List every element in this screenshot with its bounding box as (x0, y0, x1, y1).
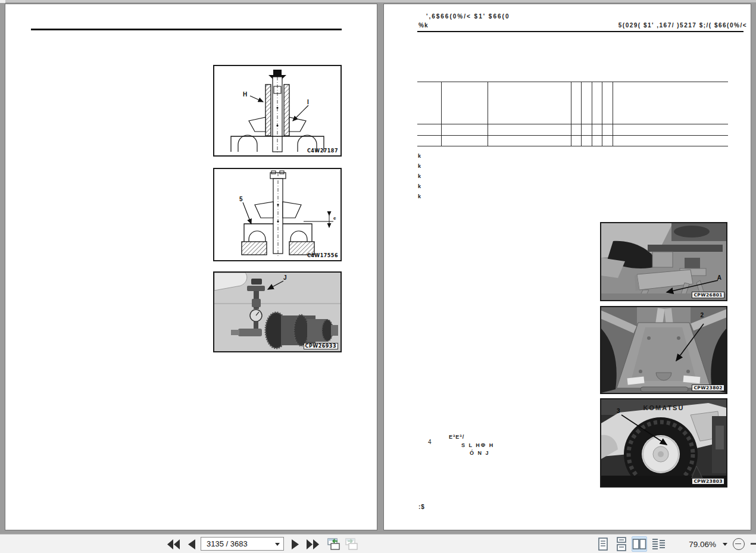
zoom-out-button[interactable] (733, 538, 745, 550)
right-triangle-icon (292, 539, 299, 549)
bullet-item: k (418, 163, 421, 169)
specification-table (417, 82, 728, 147)
right-page-header-rule (417, 31, 743, 32)
next-page-button[interactable] (289, 535, 301, 553)
photo-undercarriage (601, 223, 726, 300)
step-text-line1: EªEª/ (449, 434, 464, 440)
page-number-input[interactable] (201, 538, 277, 550)
figure-code: CPW26933 (304, 343, 338, 349)
footer-note: :$ (418, 504, 425, 510)
figure-label: 5 (239, 196, 243, 202)
top-corner (0, 0, 5, 3)
page-header-section-title: 5(029( $1' ,167/ )5217 $;/( $66(0%/< (618, 22, 747, 29)
two-page-view-button[interactable] (632, 536, 647, 552)
figure-clearance-diagram: 5 e C4W17556 (213, 168, 342, 261)
photo-code: CPW26801 (692, 292, 724, 298)
step-text-line3: Ó N J (470, 450, 490, 456)
minus-icon (735, 543, 741, 545)
two-page-continuous-view-icon (651, 537, 666, 551)
photo-label: 3 (617, 408, 620, 414)
step-number: 4 (428, 439, 432, 445)
photo-code: CPW23802 (692, 385, 724, 391)
photo-label: 2 (700, 312, 704, 318)
photo-code: CPW23803 (692, 478, 724, 485)
previous-view-icon (326, 537, 340, 551)
page-dropdown-caret-icon[interactable] (275, 543, 280, 546)
single-page-view-button[interactable] (595, 536, 611, 552)
two-page-continuous-view-button[interactable] (651, 536, 666, 552)
bullet-item: k (418, 173, 421, 179)
previous-page-button[interactable] (186, 535, 198, 553)
zoom-slider-track[interactable] (751, 543, 756, 545)
continuous-view-icon (616, 537, 627, 551)
zoom-level-value[interactable]: 79.06% (680, 535, 716, 553)
left-triangle-icon (188, 539, 195, 549)
photo-gauge-assembly (214, 273, 340, 351)
photo-axle-support: A CPW26801 (600, 222, 727, 301)
first-page-button[interactable] (166, 535, 182, 553)
figure-label: J (283, 274, 287, 281)
figure-code: C4W17556 (307, 253, 338, 258)
two-page-view-icon (632, 537, 646, 551)
figure-label: H (243, 91, 247, 98)
brand-text: KOMATSU (643, 404, 685, 411)
top-strip (0, 0, 756, 2)
page-header-title: ',6$66(0%/< $1' $66(0 (426, 13, 510, 20)
left-page-header-rule (31, 29, 342, 30)
zoom-dropdown-caret-icon[interactable] (723, 543, 727, 546)
figure-code: C4W27187 (307, 148, 338, 154)
photo-label: A (717, 274, 721, 281)
page-header-left: %k (418, 22, 428, 29)
next-view-icon (344, 537, 358, 551)
photo-machine-deck (601, 307, 726, 393)
last-page-button[interactable] (305, 535, 321, 553)
continuous-view-button[interactable] (614, 536, 629, 552)
figure-label: I (307, 99, 309, 105)
technical-drawing-icon (214, 66, 340, 155)
bullet-item: k (418, 183, 421, 189)
bullet-item: k (418, 153, 421, 159)
document-page-right: ',6$66(0%/< $1' $66(0 %k 5(029( $1' ,167… (383, 4, 751, 530)
single-page-view-icon (597, 537, 609, 551)
step-text-line2: S L HΦ H (461, 442, 494, 448)
photo-frame-deck: 2 CPW23802 (600, 306, 727, 394)
technical-drawing-icon (214, 169, 340, 260)
bullet-item: k (418, 193, 421, 199)
viewer-toolbar: 79.06% (0, 534, 756, 553)
double-left-triangle-icon (167, 539, 180, 549)
document-page-left: H I C4W27187 (5, 4, 377, 530)
pdf-viewer-canvas: H I C4W27187 (0, 0, 756, 553)
figure-label: e (333, 215, 336, 221)
page-number-box (201, 537, 284, 551)
double-right-triangle-icon (307, 539, 320, 549)
figure-cylinder-press-diagram: H I C4W27187 (213, 65, 342, 157)
previous-view-button[interactable] (326, 535, 341, 553)
photo-front-wheel: KOMATSU 3 CPW23803 (600, 398, 727, 488)
next-view-button[interactable] (343, 535, 359, 553)
figure-pressure-gauge-photo: J CPW26933 (213, 271, 342, 352)
